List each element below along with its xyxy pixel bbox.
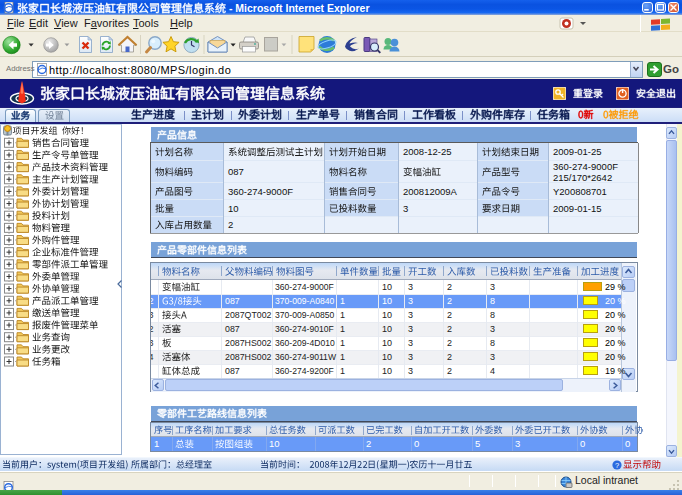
svg-text:?: ? xyxy=(615,461,619,470)
